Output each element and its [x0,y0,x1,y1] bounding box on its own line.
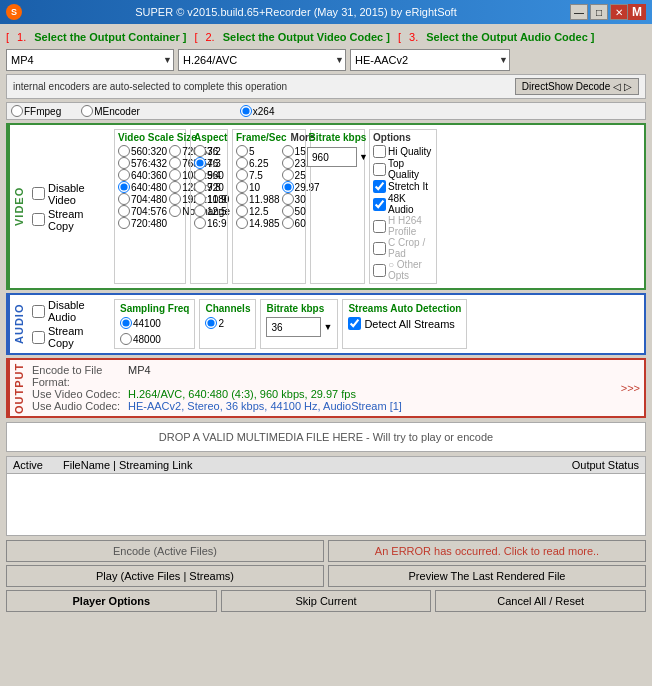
opt-hiquality-check[interactable] [373,145,386,158]
disable-audio-label: Disable Audio [48,299,110,323]
col-filename-header: FileName | Streaming Link [63,459,529,471]
opt-48kaudio-check[interactable] [373,198,386,211]
audio-codec-dropdown[interactable]: HE-AACv2 [350,49,510,71]
file-table: Active FileName | Streaming Link Output … [6,456,646,536]
directshow-button[interactable]: DirectShow Decode ◁ ▷ [515,78,639,95]
stream-copy-audio-checkbox-label[interactable]: Stream Copy [32,325,110,349]
mencoder-radio-label[interactable]: MEncoder [81,105,140,117]
channel-2-radio[interactable] [205,317,217,329]
fps-60-radio[interactable] [282,217,294,229]
scale-704-576-radio[interactable] [118,205,130,217]
scale-560-radio[interactable] [118,145,130,157]
opt-croppod-check[interactable] [373,242,386,255]
stream-copy-audio-checkbox[interactable] [32,331,45,344]
fps-125-radio[interactable] [236,205,248,217]
aspect-169-radio[interactable] [194,217,206,229]
disable-video-checkbox[interactable] [32,187,45,200]
ffmpeg-radio-label[interactable]: FFmpeg [11,105,61,117]
aspect-32-radio[interactable] [194,145,206,157]
video-codec-dropdown[interactable]: H.264/AVC [178,49,346,71]
aspect-header: Aspect [194,132,224,143]
drop-zone[interactable]: DROP A VALID MULTIMEDIA FILE HERE - Will… [6,422,646,452]
mencoder-radio[interactable] [81,105,93,117]
aspect-98-radio[interactable] [194,181,206,193]
disable-audio-checkbox[interactable] [32,305,45,318]
btn-row-3: Player Options Skip Current Cancel All /… [6,590,646,612]
step-bar: [ 1. Select the Output Container ] [ 2. … [6,28,646,46]
fps-14985-radio[interactable] [236,217,248,229]
sampling-48000-label[interactable]: 48000 [120,333,189,345]
disable-audio-checkbox-label[interactable]: Disable Audio [32,299,110,323]
aspect-125-radio[interactable] [194,205,206,217]
maximize-button[interactable]: □ [590,4,608,20]
btn-row-1: Encode (Active Files) An ERROR has occur… [6,540,646,562]
x264-radio-label[interactable]: x264 [240,105,275,117]
scale-720-576-radio[interactable] [169,145,181,157]
disable-video-checkbox-label[interactable]: Disable Video [32,182,110,206]
scale-nochange-radio[interactable] [169,205,181,217]
opt-topquality-check[interactable] [373,163,386,176]
fps-10-radio[interactable] [236,181,248,193]
minimize-button[interactable]: — [570,4,588,20]
fps-2997-radio[interactable] [282,181,294,193]
cancel-all-button[interactable]: Cancel All / Reset [435,590,646,612]
output-section-label: OUTPUT [8,360,28,416]
opt-otheropts-check[interactable] [373,264,386,277]
aspect-43-radio[interactable] [194,157,206,169]
fps-30-radio[interactable] [282,193,294,205]
x264-radio[interactable] [240,105,252,117]
sampling-48000-val: 48000 [133,334,161,345]
scale-720-480-radio[interactable] [118,217,130,229]
fps-11988-radio[interactable] [236,193,248,205]
fps-75-radio[interactable] [236,169,248,181]
preview-button[interactable]: Preview The Last Rendered File [328,565,646,587]
ffmpeg-radio[interactable] [11,105,23,117]
channel-2-label[interactable]: 2 [205,317,250,329]
close-button[interactable]: ✕ [610,4,628,20]
opt-h264profile-check[interactable] [373,220,386,233]
audio-bitrate-select[interactable]: 36 [266,317,321,337]
stream-copy-video-checkbox-label[interactable]: Stream Copy [32,208,110,232]
step2-num: 2. [206,31,215,43]
window-title: SUPER © v2015.build.65+Recorder (May 31,… [22,6,570,18]
scale-640-480-radio[interactable] [118,181,130,193]
error-button[interactable]: An ERROR has occurred. Click to read mor… [328,540,646,562]
bitrate-video-wrap: 960 ▼ [307,147,368,167]
bitrate-video-select[interactable]: 960 [307,147,357,167]
player-options-button[interactable]: Player Options [6,590,217,612]
scale-1280-720-radio[interactable] [169,181,181,193]
sampling-48000-radio[interactable] [120,333,132,345]
fps-625-radio[interactable] [236,157,248,169]
scale-1920-1080-radio[interactable] [169,193,181,205]
scale-header: Video Scale Size [118,132,182,143]
scale-576-432-radio[interactable] [118,157,130,169]
directshow-icons: ◁ ▷ [613,81,632,92]
detect-streams-label[interactable]: Detect All Streams [348,317,461,330]
file-table-header: Active FileName | Streaming Link Output … [7,457,645,474]
opt-stretchit-check[interactable] [373,180,386,193]
aspect-119-radio[interactable] [194,193,206,205]
aspect-54-radio[interactable] [194,169,206,181]
fps-15-radio[interactable] [282,145,294,157]
opt-hiquality-label: Hi Quality [388,146,431,157]
play-button[interactable]: Play (Active Files | Streams) [6,565,324,587]
scale-640-360-radio[interactable] [118,169,130,181]
sampling-44100-label[interactable]: 44100 [120,317,189,329]
fps-5-radio[interactable] [236,145,248,157]
stream-copy-video-checkbox[interactable] [32,213,45,226]
detect-streams-text: Detect All Streams [364,318,454,330]
fps-50-radio[interactable] [282,205,294,217]
fps-23976-radio[interactable] [282,157,294,169]
skip-current-button[interactable]: Skip Current [221,590,432,612]
sampling-44100-radio[interactable] [120,317,132,329]
container-dropdown[interactable]: MP4 [6,49,174,71]
step2-label: Select the Output Video Codec ] [223,31,390,43]
scale-704-480-radio[interactable] [118,193,130,205]
detect-streams-checkbox[interactable] [348,317,361,330]
scale-768-576-radio[interactable] [169,157,181,169]
encode-button[interactable]: Encode (Active Files) [6,540,324,562]
scale-1080-960-radio[interactable] [169,169,181,181]
title-bar: S SUPER © v2015.build.65+Recorder (May 3… [0,0,652,24]
output-video-val: H.264/AVC, 640:480 (4:3), 960 kbps, 29.9… [128,388,356,400]
fps-25-radio[interactable] [282,169,294,181]
